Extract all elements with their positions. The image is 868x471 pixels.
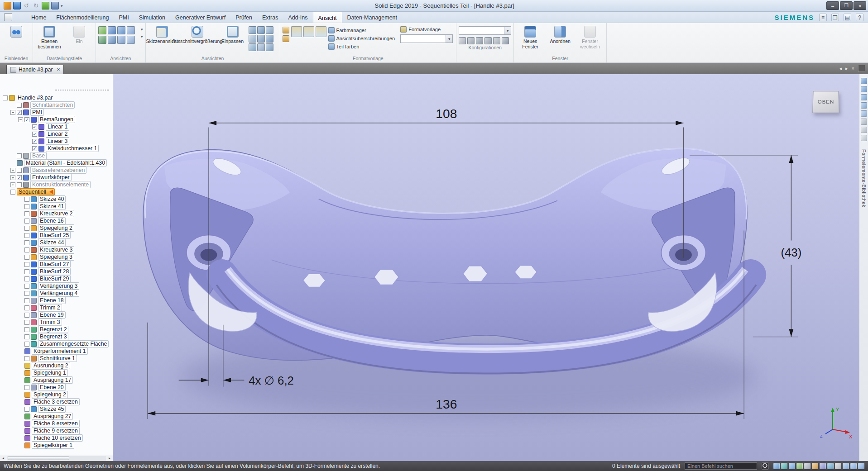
save-config-icon[interactable] bbox=[459, 37, 466, 44]
previous-view-icon[interactable] bbox=[249, 43, 256, 51]
tree-item[interactable]: BlueSurf 27 bbox=[0, 261, 113, 268]
visibility-checkbox[interactable] bbox=[24, 284, 29, 289]
maximize-button[interactable]: ❐ bbox=[840, 1, 853, 10]
view-style-visible-edges-icon[interactable] bbox=[303, 26, 314, 37]
panel-toggle-icon[interactable] bbox=[858, 65, 865, 72]
tree-item[interactable]: ✓Linear 1 bbox=[0, 123, 113, 130]
trimetric-view-icon[interactable] bbox=[117, 26, 125, 34]
grid-icon[interactable] bbox=[804, 463, 810, 469]
tree-item[interactable]: Trimm 3 bbox=[0, 319, 113, 326]
dimension-108-text[interactable]: 108 bbox=[436, 106, 457, 121]
select-tool-icon[interactable] bbox=[773, 463, 780, 469]
tree-item[interactable]: Spiegelung 1 bbox=[0, 369, 113, 376]
tree-item[interactable]: ✓Linear 2 bbox=[0, 130, 113, 138]
tree-item[interactable]: Ebene 20 bbox=[0, 384, 113, 391]
farbmanager-item[interactable]: Farbmanager bbox=[328, 26, 395, 34]
tab-fl-chenmodellierung[interactable]: Flächenmodellierung bbox=[51, 12, 114, 23]
visibility-checkbox[interactable]: ✓ bbox=[17, 110, 22, 115]
visibility-checkbox[interactable] bbox=[24, 356, 29, 361]
visibility-checkbox[interactable] bbox=[24, 313, 29, 318]
dimetric-view-icon[interactable] bbox=[108, 26, 116, 34]
view-style-wireframe-icon[interactable] bbox=[316, 26, 326, 37]
command-search-input[interactable] bbox=[685, 462, 757, 470]
tree-item[interactable]: BlueSurf 28 bbox=[0, 268, 113, 275]
collapse-toggle[interactable]: − bbox=[3, 95, 8, 100]
relationships-icon[interactable] bbox=[789, 463, 795, 469]
tree-item[interactable]: Spiegelung 2 bbox=[0, 391, 113, 398]
tree-item[interactable]: −Handle #3.par bbox=[0, 94, 113, 101]
right-view-icon[interactable] bbox=[117, 36, 125, 44]
styles-icon[interactable] bbox=[51, 2, 59, 10]
tree-item[interactable]: Base bbox=[0, 152, 113, 159]
sidebar-tool-3-icon[interactable] bbox=[861, 94, 867, 100]
tree-item[interactable]: Schnittkurve 1 bbox=[0, 355, 113, 362]
tree-item[interactable]: Verlängerung 3 bbox=[0, 282, 113, 290]
tab-generativer-entwurf[interactable]: Generativer Entwurf bbox=[170, 12, 230, 23]
graphics-viewport[interactable]: 108 (43) 136 bbox=[113, 74, 859, 461]
zoom-out-icon[interactable] bbox=[257, 26, 265, 34]
units-icon[interactable] bbox=[835, 463, 841, 469]
sidebar-tool-4-icon[interactable] bbox=[861, 102, 867, 109]
visibility-checkbox[interactable] bbox=[24, 407, 29, 412]
apply-config-icon[interactable] bbox=[493, 37, 500, 44]
save-icon[interactable] bbox=[13, 2, 21, 10]
panel-drag-handle[interactable] bbox=[55, 90, 109, 90]
neues-fenster-button[interactable]: Neues Fenster bbox=[516, 24, 544, 50]
sidebar-tool-2-icon[interactable] bbox=[861, 86, 867, 92]
sketch-mode-icon[interactable] bbox=[781, 463, 787, 469]
iso-view-icon[interactable] bbox=[98, 26, 106, 34]
tree-item[interactable]: Ebene 16 bbox=[0, 217, 113, 224]
konfigurationen-combobox[interactable]: ▾ bbox=[459, 26, 511, 35]
collapse-toggle[interactable]: − bbox=[10, 110, 15, 115]
rotate-icon[interactable] bbox=[249, 35, 256, 43]
radial-menu-2-icon[interactable] bbox=[861, 127, 867, 133]
style-copy-icon[interactable] bbox=[283, 35, 289, 42]
front-view-icon[interactable] bbox=[108, 36, 116, 44]
visibility-checkbox[interactable]: ✓ bbox=[32, 146, 37, 151]
show-hide-button[interactable] bbox=[2, 24, 30, 38]
visibility-checkbox[interactable]: ✓ bbox=[24, 117, 29, 122]
tree-item[interactable]: +Basisreferenzebenen bbox=[0, 167, 113, 174]
einpassen-button[interactable]: Einpassen bbox=[219, 24, 247, 44]
document-tab[interactable]: Handle #3.par × bbox=[6, 65, 64, 74]
zoom-fit-icon[interactable] bbox=[850, 463, 857, 469]
ebenen-bestimmen-button[interactable]: Ebenen bestimmen bbox=[35, 24, 63, 50]
dimension-43-text[interactable]: (43) bbox=[781, 246, 801, 259]
tree-item[interactable]: Ausprägung 17 bbox=[0, 376, 113, 384]
window-layout-icon[interactable]: ❒ bbox=[831, 14, 839, 21]
tree-item[interactable]: Fläche 8 ersetzen bbox=[0, 420, 113, 427]
tree-item[interactable]: Skizze 40 bbox=[0, 195, 113, 203]
redo-icon[interactable]: ↻ bbox=[32, 2, 40, 10]
visibility-checkbox[interactable] bbox=[24, 276, 29, 281]
tree-item[interactable]: Kreuzkurve 2 bbox=[0, 210, 113, 217]
config-settings-icon[interactable] bbox=[502, 37, 509, 44]
fenster-wechseln-button[interactable]: Fenster wechseln bbox=[576, 24, 604, 50]
tree-item[interactable]: Skizze 44 bbox=[0, 239, 113, 246]
top-view-icon[interactable] bbox=[98, 36, 106, 44]
radial-menu-3-icon[interactable] bbox=[861, 135, 867, 141]
view-orientation-cube[interactable]: OBEN bbox=[813, 90, 839, 113]
tab-home[interactable]: Home bbox=[26, 12, 51, 23]
tree-item[interactable]: Körperformelement 1 bbox=[0, 347, 113, 355]
visibility-checkbox[interactable] bbox=[24, 204, 29, 209]
sidebar-tool-1-icon[interactable] bbox=[861, 78, 867, 84]
formatvorlage-combobox[interactable]: ▾ bbox=[400, 34, 453, 43]
scroll-right-arrow[interactable]: ▸ bbox=[106, 456, 113, 460]
tree-item[interactable]: Spiegelung 2 bbox=[0, 224, 113, 232]
zoom-in-icon[interactable] bbox=[249, 26, 256, 34]
anordnen-button[interactable]: Anordnen bbox=[546, 24, 574, 44]
visibility-checkbox[interactable] bbox=[24, 197, 29, 202]
chevron-down-icon[interactable]: ▾ bbox=[446, 35, 452, 43]
tree-item[interactable]: Schnittansichten bbox=[0, 101, 113, 109]
expand-toggle[interactable]: + bbox=[10, 168, 15, 173]
refresh-view-icon[interactable] bbox=[266, 35, 273, 43]
tree-item[interactable]: −Sequentiell bbox=[0, 188, 113, 195]
visibility-checkbox[interactable] bbox=[24, 247, 29, 252]
visibility-checkbox[interactable]: ✓ bbox=[32, 124, 37, 129]
tab-pr-fen[interactable]: Prüfen bbox=[230, 12, 257, 23]
visibility-checkbox[interactable] bbox=[24, 334, 29, 339]
tree-item[interactable]: Ausrundung 2 bbox=[0, 362, 113, 369]
view-style-shaded-icon[interactable] bbox=[291, 26, 302, 37]
visibility-checkbox[interactable] bbox=[24, 320, 29, 325]
visibility-checkbox[interactable] bbox=[17, 168, 22, 173]
